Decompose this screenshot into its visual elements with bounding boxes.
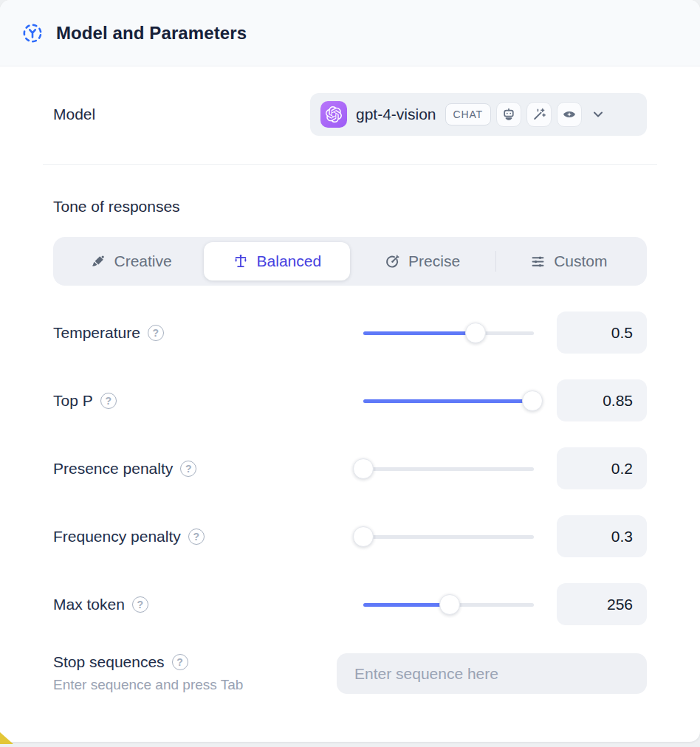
model-hub-icon bbox=[21, 21, 44, 45]
param-row-frequency-penalty: Frequency penalty ? 0.3 bbox=[53, 515, 647, 557]
param-label: Temperature bbox=[53, 324, 140, 342]
assistant-robot-icon bbox=[496, 102, 521, 127]
top-p-value[interactable]: 0.85 bbox=[557, 379, 647, 421]
model-row: Model gpt-4-vision CHAT bbox=[53, 93, 647, 136]
param-row-top-p: Top P ? 0.85 bbox=[53, 379, 647, 421]
frequency-penalty-slider[interactable] bbox=[363, 526, 534, 547]
frequency-penalty-value[interactable]: 0.3 bbox=[557, 515, 647, 557]
section-divider bbox=[43, 164, 657, 165]
selected-model-name: gpt-4-vision bbox=[356, 106, 436, 123]
tone-option-balanced[interactable]: Balanced bbox=[204, 242, 349, 280]
model-type-badge: CHAT bbox=[445, 103, 491, 125]
tone-option-precise[interactable]: Precise bbox=[350, 242, 495, 280]
panel-title: Model and Parameters bbox=[56, 23, 247, 44]
param-row-presence-penalty: Presence penalty ? 0.2 bbox=[53, 447, 647, 489]
stop-sequences-label: Stop sequences bbox=[53, 653, 165, 671]
presence-penalty-slider[interactable] bbox=[363, 458, 534, 479]
tone-option-creative[interactable]: Creative bbox=[58, 242, 204, 280]
sliders-icon bbox=[530, 254, 546, 269]
slider-thumb[interactable] bbox=[353, 458, 374, 479]
target-icon bbox=[385, 254, 400, 269]
openai-logo-icon bbox=[320, 101, 347, 128]
param-label: Max token bbox=[53, 596, 125, 613]
scale-icon bbox=[233, 253, 249, 269]
max-token-value[interactable]: 256 bbox=[557, 583, 647, 625]
temperature-value[interactable]: 0.5 bbox=[557, 311, 647, 354]
tone-option-label: Precise bbox=[408, 252, 460, 270]
magic-wand-icon bbox=[526, 102, 552, 127]
model-parameters-panel: Model and Parameters Model gpt-4-vision … bbox=[0, 0, 700, 742]
tone-option-label: Custom bbox=[554, 252, 607, 270]
max-token-slider[interactable] bbox=[363, 594, 534, 615]
slider-thumb[interactable] bbox=[439, 594, 460, 615]
param-row-max-token: Max token ? 256 bbox=[53, 583, 647, 625]
tone-option-custom[interactable]: Custom bbox=[496, 242, 642, 280]
panel-header: Model and Parameters bbox=[0, 0, 700, 66]
param-label: Top P bbox=[53, 392, 93, 410]
help-icon[interactable]: ? bbox=[188, 529, 205, 545]
help-icon[interactable]: ? bbox=[148, 325, 164, 341]
help-icon[interactable]: ? bbox=[172, 654, 188, 670]
tone-option-label: Balanced bbox=[257, 252, 322, 270]
param-row-temperature: Temperature ? 0.5 bbox=[53, 311, 647, 354]
model-select-dropdown[interactable]: gpt-4-vision CHAT bbox=[310, 93, 647, 136]
background-corner-accent bbox=[0, 732, 13, 744]
param-label: Presence penalty bbox=[53, 460, 173, 478]
tone-heading: Tone of responses bbox=[53, 198, 647, 216]
temperature-slider[interactable] bbox=[363, 323, 534, 343]
chevron-down-icon bbox=[591, 107, 605, 122]
help-icon[interactable]: ? bbox=[132, 596, 148, 613]
brush-icon bbox=[91, 254, 106, 269]
slider-thumb[interactable] bbox=[465, 323, 486, 343]
slider-thumb[interactable] bbox=[522, 390, 543, 411]
top-p-slider[interactable] bbox=[363, 390, 534, 411]
tone-option-label: Creative bbox=[114, 252, 172, 270]
stop-sequences-row: Stop sequences ? Enter sequence and pres… bbox=[53, 653, 647, 723]
help-icon[interactable]: ? bbox=[100, 393, 117, 409]
model-label: Model bbox=[53, 106, 95, 123]
vision-eye-icon bbox=[557, 102, 582, 127]
presence-penalty-value[interactable]: 0.2 bbox=[557, 447, 647, 489]
help-icon[interactable]: ? bbox=[180, 461, 196, 477]
param-label: Frequency penalty bbox=[53, 528, 181, 545]
slider-thumb[interactable] bbox=[353, 526, 374, 547]
stop-sequence-input[interactable] bbox=[337, 653, 647, 694]
tone-segmented-control: Creative Balanced bbox=[53, 237, 647, 286]
stop-sequences-hint: Enter sequence and press Tab bbox=[53, 677, 337, 693]
